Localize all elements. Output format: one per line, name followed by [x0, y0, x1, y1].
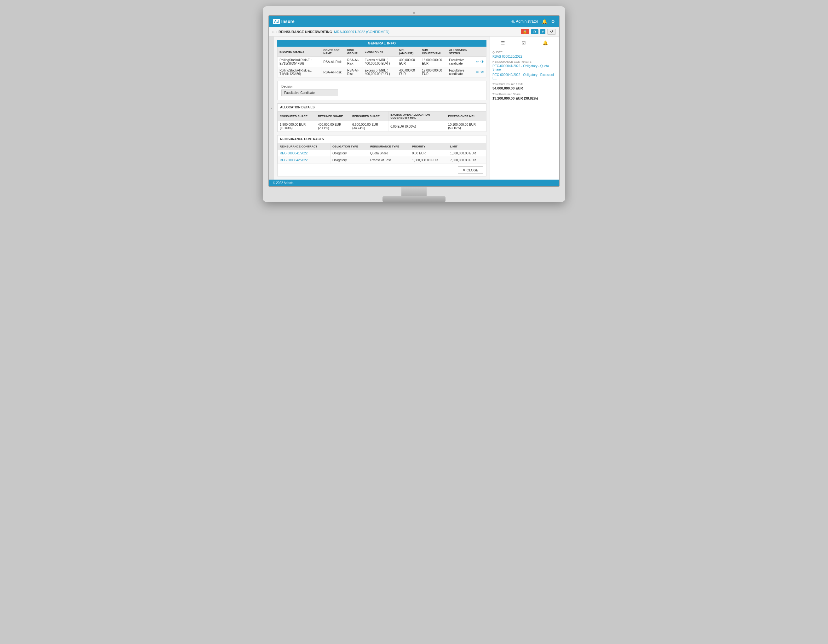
general-info-table: INSURED OBJECT COVERAGE NAME RISK GROUP … — [277, 47, 486, 77]
left-panel: GENERAL INFO INSURED OBJECT COVERAGE NAM… — [274, 36, 489, 180]
cell-constraint: Excess of MRL ( 400,000.00 EUR ) — [363, 57, 397, 67]
right-sidebar: ☰ ☑ 🔔 Quote RSAS-0000120/2022 REINSURANC… — [489, 36, 559, 180]
cell-mrl-amount: 400,000.00 EUR — [397, 67, 420, 77]
notification-icon[interactable]: 🔔 — [542, 19, 547, 24]
cell-actions: ✏ 👁 — [474, 67, 486, 77]
cell-excess-mrl: 10,100,000.00 EUR (53.16%) — [446, 121, 486, 132]
allocation-row: 1,900,000.00 EUR (10.00%) 400,000.00 EUR… — [278, 121, 486, 132]
col-actions — [474, 47, 486, 57]
cell-allocation-status: Facultative candidate — [447, 67, 474, 77]
total-sum-label: Total Sum Insured / PML — [492, 83, 557, 86]
sidebar-bell-icon[interactable]: 🔔 — [543, 40, 548, 45]
cell-excess-alloc: 0.00 EUR (0.00%) — [389, 121, 446, 132]
view-icon[interactable]: 👁 — [480, 70, 484, 74]
cell-priority: 0.00 EUR — [410, 150, 448, 157]
edit-icon[interactable]: ✏ — [476, 70, 479, 74]
cell-risk-group: RSA-All-Risk — [345, 67, 363, 77]
col-allocation-status: ALLOCATION STATUS — [447, 47, 474, 57]
cell-retained: 400,000.00 EUR (2.11%) — [316, 121, 350, 132]
cell-constraint: Excess of MRL ( 400,000.00 EUR ) — [363, 67, 397, 77]
contracts-table: REINSURANCE CONTRACTOBLIGATION TYPEREINS… — [278, 143, 486, 164]
contracts-section: REINSURANCE CONTRACTS REINSURANCE CONTRA… — [277, 135, 486, 176]
allocation-section: ALLOCATION DETAILS COINSURED SHARERETAIN… — [277, 103, 486, 132]
close-label: CLOSE — [467, 168, 478, 172]
total-reinsured-value: 13,200,000.00 EUR (38.82%) — [492, 96, 557, 100]
cell-sum-insured: 19,000,000.00 EUR — [420, 67, 447, 77]
alloc-col-header: COINSURED SHARE — [278, 111, 316, 121]
breadcrumb-record-id[interactable]: MRA-0000071/2022 (CONFIRMED) — [334, 30, 389, 34]
sidebar-check-icon[interactable]: ☑ — [522, 40, 526, 45]
cell-obligation-type: Obligatory — [331, 157, 368, 164]
quote-label: Quote — [492, 51, 557, 54]
lock-button[interactable]: 🔒 — [521, 29, 529, 34]
allocation-table: COINSURED SHARERETAINED SHAREREINSURED S… — [278, 111, 486, 132]
alloc-col-header: EXCESS OVER MRL — [446, 111, 486, 121]
cell-insured-object: RollingStockAllRisk-EL: EV15(36D54F56) — [278, 57, 321, 67]
sidebar-menu-icon[interactable]: ☰ — [501, 40, 505, 45]
col-mrl-amount: MRL (AMOUNT) — [397, 47, 420, 57]
view-icon[interactable]: 👁 — [480, 60, 484, 64]
cell-mrl-amount: 400,000.00 EUR — [397, 57, 420, 67]
close-button[interactable]: ✕ CLOSE — [458, 166, 483, 174]
total-reinsured-label: Total Reinsured Share — [492, 92, 557, 96]
user-label: Hi, Administrator — [510, 19, 538, 24]
contract-row: REC-0000041/2022 Obligatory Quota Share … — [278, 150, 486, 157]
contract-link-1[interactable]: REC-0000041/2022 - Obligatory - Quota Sh… — [492, 64, 557, 71]
nav-right: Hi, Administrator 🔔 ⚙ — [510, 19, 555, 24]
contracts-sidebar-label: REINSURANCE CONTRACTS — [492, 60, 557, 63]
cell-contract-id[interactable]: REC-0000042/2022 — [278, 157, 331, 164]
cell-contract-id[interactable]: REC-0000041/2022 — [278, 150, 331, 157]
top-nav: Ad Insure Hi, Administrator 🔔 ⚙ — [269, 16, 559, 27]
contract-col-header: PRIORITY — [410, 143, 448, 150]
nav-arrows[interactable]: ›› ‹ — [272, 30, 277, 34]
contract-col-header: LIMIT — [448, 143, 486, 150]
alloc-col-header: RETAINED SHARE — [316, 111, 350, 121]
col-coverage-name: COVERAGE NAME — [321, 47, 345, 57]
contract-row: REC-0000042/2022 Obligatory Excess of Lo… — [278, 157, 486, 164]
footer-text: © 2022 Adacta — [273, 181, 294, 185]
col-constraint: CONSTRAINT — [363, 47, 397, 57]
decision-label: Decision — [281, 85, 482, 88]
alloc-col-header: EXCESS OVER ALLOCATION COVERED BY MRL — [389, 111, 446, 121]
cell-actions: ✏ 👁 — [474, 57, 486, 67]
contract-col-header: REINSURANCE CONTRACT — [278, 143, 331, 150]
contract-link-2[interactable]: REC-0000042/2022 - Obligatory - Excess o… — [492, 73, 557, 80]
cell-priority: 1,000,000.00 EUR — [410, 157, 448, 164]
dropdown-button[interactable]: ∨ — [540, 29, 546, 34]
cell-reinsured: 6,600,000.00 EUR (34.74%) — [350, 121, 389, 132]
decision-input[interactable] — [281, 89, 338, 96]
col-sum-insured: SUM INSURED/PML — [420, 47, 447, 57]
cell-obligation-type: Obligatory — [331, 150, 368, 157]
edit-icon[interactable]: ✏ — [476, 60, 479, 64]
general-info-header: GENERAL INFO — [277, 40, 486, 47]
breadcrumb-left: ›› ‹ REINSURANCE UNDERWRITING MRA-000007… — [272, 30, 389, 34]
refresh-button[interactable]: ↺ — [547, 29, 556, 34]
cell-limit: 1,000,000.00 EUR — [448, 150, 486, 157]
logo-prefix: Ad — [273, 19, 280, 24]
allocation-title: ALLOCATION DETAILS — [278, 103, 486, 111]
cell-reinsurance-type: Quota Share — [368, 150, 410, 157]
breadcrumb-bar: ›› ‹ REINSURANCE UNDERWRITING MRA-000007… — [269, 27, 559, 36]
general-info-row: RollingStockAllRisk-EL: T1(VIN123456) RS… — [278, 67, 486, 77]
cell-sum-insured: 15,000,000.00 EUR — [420, 57, 447, 67]
cell-reinsurance-type: Excess of Loss — [368, 157, 410, 164]
breadcrumb-module: REINSURANCE UNDERWRITING — [279, 30, 332, 34]
contracts-title: REINSURANCE CONTRACTS — [278, 135, 486, 143]
cell-allocation-status: Facultative candidate — [447, 57, 474, 67]
breadcrumb-right: 🔒 R ∨ ↺ — [521, 29, 556, 34]
col-risk-group: RISK GROUP — [345, 47, 363, 57]
logo-suffix: Insure — [281, 19, 295, 24]
alloc-col-header: REINSURED SHARE — [350, 111, 389, 121]
quote-link[interactable]: RSAS-0000120/2022 — [492, 55, 557, 58]
logo-area: Ad Insure — [273, 19, 295, 24]
footer-bar: © 2022 Adacta — [269, 180, 559, 186]
main-content: › GENERAL INFO INSURED OBJECT COVERAGE N… — [269, 36, 559, 180]
sidebar-toggle[interactable]: › — [269, 36, 274, 180]
cell-coverage-name: RSA-All-Risk — [321, 67, 345, 77]
cell-limit: 7,000,000.00 EUR — [448, 157, 486, 164]
col-insured-object: INSURED OBJECT — [278, 47, 321, 57]
cell-coverage-name: RSA-All-Risk — [321, 57, 345, 67]
settings-icon[interactable]: ⚙ — [551, 19, 555, 24]
close-btn-area: ✕ CLOSE — [278, 164, 486, 176]
r-button[interactable]: R — [531, 29, 538, 34]
